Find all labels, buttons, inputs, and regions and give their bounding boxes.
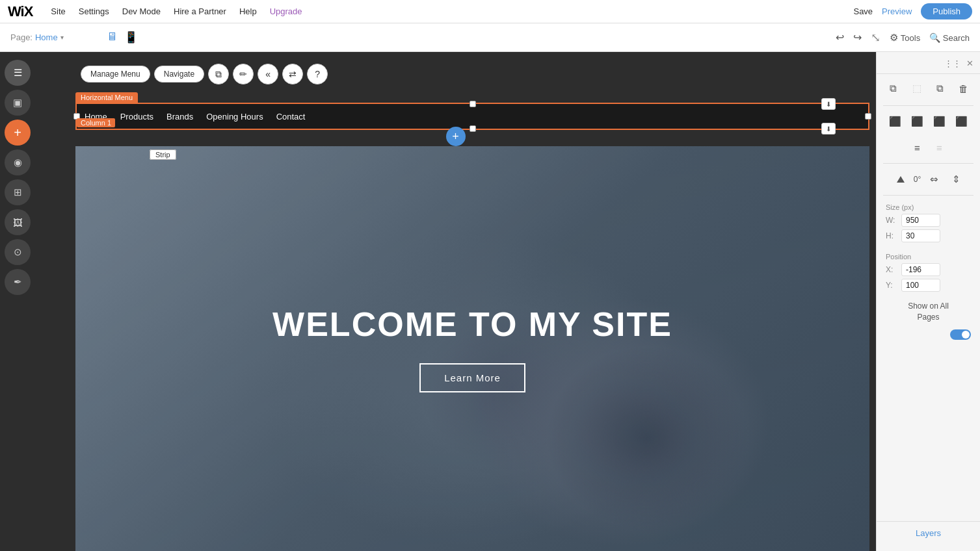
publish-button[interactable]: Publish — [921, 3, 972, 19]
align-right-icon[interactable]: ⬛ — [908, 112, 927, 131]
sidebar-vector-button[interactable]: ✒ — [5, 269, 31, 295]
redo-button[interactable]: ↪ — [853, 31, 862, 44]
show-all-pages-section: Show on AllPages — [877, 297, 980, 327]
right-panel-header: ⋮⋮ ✕ — [877, 58, 980, 74]
spacing-icon[interactable]: ⇔ — [925, 170, 943, 188]
align-row-2: ≡ ≡ — [877, 135, 980, 160]
blog-icon: ⊙ — [14, 246, 22, 258]
search-button[interactable]: 🔍 Search — [929, 32, 970, 43]
canvas-area[interactable]: Manage Menu Navigate ⧉ ✏ « ⇄ ? Horizonta… — [35, 52, 876, 551]
navigate-button[interactable]: Navigate — [154, 66, 204, 83]
angle-row: 0° ⇔ ⇕ — [877, 166, 980, 192]
sidebar-add-button[interactable]: + — [5, 120, 31, 146]
copy-style-button[interactable]: ⧉ — [208, 64, 229, 84]
apps-icon: ⊞ — [14, 186, 22, 198]
divider-3 — [883, 195, 973, 196]
search-label: Search — [943, 33, 970, 43]
nav-brands[interactable]: Brands — [166, 112, 193, 122]
x-input[interactable] — [901, 263, 940, 276]
sidebar-blog-button[interactable]: ⊙ — [5, 239, 31, 265]
nav-partner[interactable]: Hire a Partner — [174, 6, 226, 16]
delete-icon[interactable]: 🗑 — [955, 79, 973, 97]
position-label: Position — [886, 253, 971, 261]
back-button[interactable]: « — [258, 64, 278, 84]
edit-icon: ✏ — [239, 69, 247, 79]
angle-icon[interactable] — [892, 170, 910, 188]
hero-title: WELCOME TO MY SITE — [272, 305, 672, 344]
page-selector[interactable]: Page: Home ▾ — [10, 32, 95, 42]
strip-label-wrapper: Strip — [150, 148, 176, 160]
tools-button[interactable]: ⚙ Tools — [890, 32, 920, 44]
arrow-down-bottom-icon[interactable]: ⬇ — [821, 123, 836, 135]
swap-button[interactable]: ⇄ — [282, 64, 303, 84]
desktop-icon[interactable]: 🖥 — [107, 31, 118, 44]
column1-label[interactable]: Column 1 — [77, 118, 115, 127]
y-input[interactable] — [901, 279, 940, 292]
align-center-h-icon[interactable]: ≡ — [908, 138, 927, 157]
align-top-icon[interactable]: ⬛ — [931, 112, 949, 131]
mobile-icon[interactable]: 📱 — [124, 31, 138, 44]
question-icon: ? — [315, 69, 320, 79]
undo-button[interactable]: ↩ — [836, 31, 844, 44]
nav-settings[interactable]: Settings — [79, 6, 109, 16]
y-label: Y: — [886, 281, 899, 290]
left-sidebar: ☰ ▣ + ◉ ⊞ 🖼 ⊙ ✒ — [0, 52, 35, 551]
horizontal-menu-wrapper: Horizontal Menu Home Products Brands Ope… — [75, 91, 869, 130]
help-button[interactable]: ? — [307, 64, 328, 84]
panel-grid-icon[interactable]: ⋮⋮ — [944, 58, 961, 68]
sidebar-layout-button[interactable]: ▣ — [5, 90, 31, 116]
panel-close-icon[interactable]: ✕ — [966, 58, 973, 68]
preview-button[interactable]: Preview — [882, 6, 912, 16]
arrow-down-top-icon[interactable]: ⬇ — [821, 98, 836, 110]
second-toolbar: Page: Home ▾ 🖥 📱 ↩ ↪ ⤡ ⚙ Tools 🔍 Search — [0, 23, 980, 52]
sidebar-media-button[interactable]: 🖼 — [5, 209, 31, 235]
layout-icon: ▣ — [13, 97, 22, 109]
nav-products[interactable]: Products — [120, 112, 153, 122]
hero-cta-button[interactable]: Learn More — [419, 363, 525, 392]
manage-menu-button[interactable]: Manage Menu — [81, 66, 150, 83]
nav-devmode[interactable]: Dev Mode — [122, 6, 161, 16]
media-icon: 🖼 — [13, 217, 23, 228]
toggle-row — [877, 327, 980, 342]
nav-site[interactable]: Site — [51, 6, 65, 16]
height-row: H: — [886, 229, 971, 242]
resize-handle-top[interactable] — [470, 101, 476, 107]
hero-product-image — [313, 227, 869, 551]
align-center-v-icon[interactable]: ≡ — [931, 138, 949, 157]
nav-contact[interactable]: Contact — [276, 112, 306, 122]
chevron-down-icon: ▾ — [60, 34, 64, 41]
duplicate-icon[interactable]: ⧉ — [884, 79, 903, 97]
sidebar-apps-button[interactable]: ⊞ — [5, 179, 31, 205]
top-nav: WiX Site Settings Dev Mode Hire a Partne… — [0, 0, 980, 23]
sidebar-pages-button[interactable]: ☰ — [5, 60, 31, 86]
resize-handle-bottom[interactable] — [470, 125, 476, 132]
y-row: Y: — [886, 279, 971, 292]
align-bottom-icon[interactable]: ⬛ — [953, 112, 971, 131]
distribute-icon[interactable]: ⇕ — [947, 170, 965, 188]
align-left-icon[interactable]: ⬛ — [886, 112, 905, 131]
toolbar-right: ↩ ↪ ⤡ ⚙ Tools 🔍 Search — [836, 31, 970, 45]
resize-icon[interactable]: ⤡ — [871, 31, 881, 45]
add-element-button[interactable]: + — [446, 127, 466, 146]
nav-help[interactable]: Help — [239, 6, 257, 16]
show-all-toggle[interactable] — [950, 329, 971, 340]
resize-handle-right[interactable] — [865, 113, 871, 120]
nav-opening-hours[interactable]: Opening Hours — [206, 112, 263, 122]
copy-icon[interactable]: ⧉ — [931, 79, 949, 97]
width-input[interactable] — [901, 214, 940, 227]
save-button[interactable]: Save — [853, 6, 873, 16]
page-label: Page: — [10, 32, 33, 42]
strip-label[interactable]: Strip — [150, 149, 176, 160]
horizontal-menu-element[interactable]: Home Products Brands Opening Hours Conta… — [75, 103, 869, 130]
edit-button[interactable]: ✏ — [233, 64, 254, 84]
height-input[interactable] — [901, 229, 940, 242]
horizontal-menu-label[interactable]: Horizontal Menu — [75, 92, 138, 103]
sidebar-color-button[interactable]: ◉ — [5, 149, 31, 175]
add-icon: + — [14, 125, 21, 140]
layers-button[interactable]: Layers — [877, 521, 980, 545]
nav-upgrade[interactable]: Upgrade — [270, 6, 302, 16]
paste-icon[interactable]: ⬚ — [908, 79, 926, 97]
size-section: Size (px) W: H: — [877, 198, 980, 248]
divider-2 — [883, 163, 973, 164]
back-icon: « — [265, 69, 271, 79]
